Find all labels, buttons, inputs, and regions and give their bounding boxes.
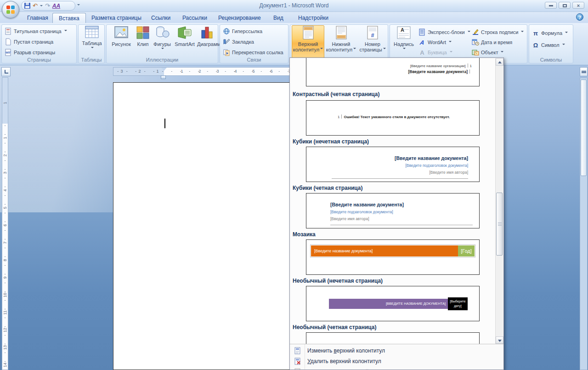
quick-parts-button[interactable]: Экспресс-блоки bbox=[418, 28, 470, 37]
undo-button[interactable]: ↶ bbox=[33, 2, 38, 9]
header-gallery-dropdown: [Введите название организации]1 [Введите… bbox=[289, 57, 504, 370]
page-break-button[interactable]: Разрыв страницы bbox=[5, 48, 55, 57]
tab-view[interactable]: Вид bbox=[267, 13, 289, 23]
gallery-item[interactable]: 1Ошибка! Текст указанного стиля в докуме… bbox=[306, 100, 480, 136]
left-indent-marker[interactable] bbox=[161, 75, 166, 79]
tab-home[interactable]: Главная bbox=[21, 13, 54, 23]
header-button[interactable]: Верхний колонтитул bbox=[292, 25, 324, 58]
tab-references[interactable]: Ссылки bbox=[145, 13, 176, 23]
save-selection-menu-item[interactable]: Сохранить выделенный фрагмент в коллекци… bbox=[290, 366, 503, 370]
header-icon bbox=[302, 26, 314, 40]
date-time-button[interactable]: 5 Дата и время bbox=[472, 38, 512, 47]
gallery-item[interactable]: [Введите название документа] [Введите по… bbox=[306, 147, 480, 182]
bookmark-button[interactable]: Закладка bbox=[223, 37, 254, 46]
shapes-button[interactable]: Фигуры bbox=[152, 26, 172, 57]
textbox-button[interactable]: A Надпись bbox=[392, 26, 416, 57]
chevron-down-icon bbox=[565, 32, 568, 34]
group-label-illustrations: Иллюстрации bbox=[107, 57, 218, 63]
scrollbar-thumb[interactable] bbox=[581, 80, 587, 176]
gallery-item[interactable]: [ВВЕДИТЕ НАЗВАНИЕ ДОКУМЕНТА] [Выберите д… bbox=[306, 286, 480, 321]
gallery-scrollbar[interactable] bbox=[495, 58, 503, 344]
scroll-up-button[interactable] bbox=[496, 58, 503, 66]
chevron-down-icon bbox=[562, 44, 565, 46]
cross-reference-icon bbox=[223, 49, 230, 56]
tab-addins[interactable]: Надстройки bbox=[292, 13, 334, 23]
page-number-button[interactable]: # Номер страницы bbox=[358, 26, 387, 57]
footer-button[interactable]: Нижний колонтитул bbox=[325, 26, 357, 57]
date-time-icon: 5 bbox=[472, 39, 479, 46]
ruler-toggle-button[interactable] bbox=[580, 67, 588, 76]
chevron-down-icon bbox=[450, 51, 452, 54]
dropdown-menu: Изменить верхний колонтитул Удалить верх… bbox=[290, 344, 503, 370]
hyperlink-button[interactable]: Гиперссылка bbox=[223, 27, 262, 36]
remove-header-menu-item[interactable]: Удалить верхний колонтитул bbox=[290, 356, 503, 366]
vertical-ruler[interactable]: 1 1 2 3 4 5 6 7 8 9 10 11 12 13 14 bbox=[2, 77, 8, 370]
help-button[interactable]: ? bbox=[576, 13, 583, 21]
restore-button[interactable] bbox=[559, 2, 571, 9]
redo-button[interactable]: ↷ bbox=[45, 2, 50, 9]
chart-button[interactable]: Диаграмма bbox=[197, 26, 217, 57]
font-tool-button[interactable]: АА bbox=[52, 3, 60, 9]
arrow-up-icon bbox=[498, 61, 502, 63]
chevron-down-icon bbox=[64, 30, 67, 33]
equation-button[interactable]: π Формула bbox=[532, 28, 568, 38]
gallery-item[interactable]: [Введите название организации]1 [Введите… bbox=[306, 57, 480, 86]
edit-header-menu-item[interactable]: Изменить верхний колонтитул bbox=[290, 345, 503, 356]
restore-icon bbox=[563, 4, 567, 7]
window-title: Документ1 - Microsoft Word bbox=[0, 2, 588, 9]
scrollbar-thumb[interactable] bbox=[496, 193, 503, 256]
first-line-indent-marker[interactable] bbox=[161, 68, 167, 74]
symbol-button[interactable]: Ω Символ bbox=[532, 40, 565, 50]
drop-cap-button[interactable]: A Буквица bbox=[418, 48, 452, 57]
tab-selector-button[interactable] bbox=[1, 67, 11, 76]
date-banner: [Выберите дату] bbox=[448, 297, 468, 310]
page-break-icon bbox=[5, 49, 12, 56]
chevron-down-icon bbox=[320, 48, 323, 51]
bookmark-icon bbox=[223, 38, 230, 46]
clipart-button[interactable]: Клип bbox=[134, 26, 152, 57]
gallery-item-label: Кубики (нечетная страница) bbox=[293, 138, 369, 146]
wordart-button[interactable]: A WordArt bbox=[418, 38, 452, 47]
group-symbols: π Формула Ω Символ Символы bbox=[529, 24, 573, 63]
chevron-down-icon bbox=[501, 51, 503, 54]
horizontal-ruler[interactable]: 3 2 1 1 2 3 4 5 6 7 bbox=[113, 67, 293, 76]
remove-header-icon bbox=[294, 358, 301, 365]
tab-insert[interactable]: Вставка bbox=[52, 13, 86, 23]
tab-page-layout[interactable]: Разметка страницы bbox=[85, 13, 147, 23]
title-bar: Документ1 - Microsoft Word × bbox=[0, 0, 588, 12]
quick-parts-icon bbox=[418, 28, 426, 36]
title-banner: [ВВЕДИТЕ НАЗВАНИЕ ДОКУМЕНТА] bbox=[329, 299, 448, 309]
office-logo-icon bbox=[6, 6, 15, 14]
gallery-item[interactable]: [Введите название документа] [Год] bbox=[306, 239, 480, 275]
gallery-item-label: Необычный (нечетная страница) bbox=[293, 278, 383, 285]
save-button[interactable] bbox=[24, 3, 30, 9]
svg-text:5: 5 bbox=[474, 41, 475, 44]
document-scrollbar[interactable] bbox=[580, 78, 588, 370]
picture-button[interactable]: Рисунок bbox=[109, 26, 133, 57]
blank-page-button[interactable]: Пустая страница bbox=[5, 37, 53, 46]
customize-qat-button[interactable] bbox=[77, 4, 80, 7]
minimize-button[interactable] bbox=[545, 2, 557, 9]
arrow-down-icon bbox=[498, 340, 502, 342]
group-pages: Титульная страница Пустая страница Разры… bbox=[1, 24, 77, 63]
scroll-down-button[interactable] bbox=[496, 336, 503, 344]
tab-review[interactable]: Рецензирование bbox=[212, 13, 267, 23]
drop-cap-icon: A bbox=[418, 49, 426, 56]
chevron-down-icon bbox=[383, 48, 386, 51]
object-button[interactable]: Объект bbox=[472, 48, 503, 57]
group-label-links: Связи bbox=[220, 57, 288, 63]
smartart-button[interactable]: SmartArt bbox=[173, 26, 197, 57]
svg-text:#: # bbox=[371, 32, 374, 39]
office-button[interactable] bbox=[2, 1, 19, 18]
close-button[interactable]: × bbox=[572, 2, 584, 9]
signature-line-button[interactable]: Строка подписи bbox=[472, 28, 524, 37]
group-links: Гиперссылка Закладка Перекрестная ссылка… bbox=[220, 24, 288, 63]
svg-text:A: A bbox=[401, 27, 404, 33]
cover-page-button[interactable]: Титульная страница bbox=[5, 27, 67, 36]
undo-dropdown-icon[interactable] bbox=[40, 5, 43, 8]
tab-mailings[interactable]: Рассылки bbox=[176, 13, 213, 23]
cross-reference-button[interactable]: Перекрестная ссылка bbox=[223, 48, 283, 57]
table-button[interactable]: Таблица bbox=[80, 26, 103, 57]
gallery-item[interactable]: [Введите название документа] [Введите по… bbox=[306, 193, 480, 228]
page-number-icon: # bbox=[367, 26, 379, 40]
